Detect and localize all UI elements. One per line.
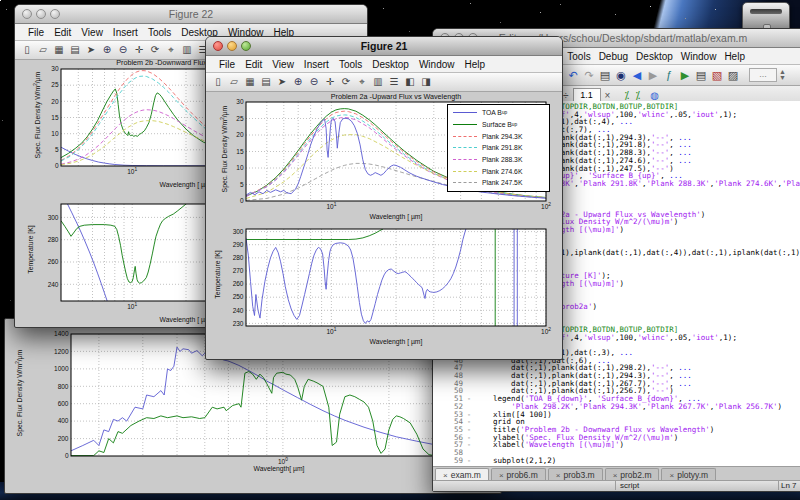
tab-label: plotyy.m <box>677 470 708 480</box>
go-forward-icon[interactable]: ▶ <box>647 69 659 81</box>
menu-tools[interactable]: Tools <box>334 59 367 70</box>
function-icon[interactable]: ƒ <box>663 69 675 81</box>
svg-text:101: 101 <box>127 302 137 310</box>
zoom-out-icon[interactable]: ⊖ <box>117 44 129 56</box>
menu-help[interactable]: Help <box>720 51 749 62</box>
rotate-3d-icon[interactable]: ⟳ <box>149 44 161 56</box>
svg-text:101: 101 <box>326 327 336 335</box>
eval-cell-icon[interactable]: ⁒ <box>624 89 629 102</box>
menu-edit[interactable]: Edit <box>49 27 76 38</box>
plot-title: Problem 2a -Upward Flux vs Wavelength <box>246 92 546 101</box>
legend-entry: Plank 247.5K <box>448 177 549 189</box>
run-icon[interactable]: ▶ <box>679 69 691 81</box>
svg-text:100: 100 <box>278 457 288 465</box>
toolbar-stepper[interactable]: ▲▼ <box>779 69 786 81</box>
menu-file[interactable]: File <box>23 27 49 38</box>
zoom-in-icon[interactable]: ⊕ <box>292 76 304 88</box>
close-tab-icon[interactable]: × <box>443 471 448 480</box>
rotate-3d-icon[interactable]: ⟳ <box>340 76 352 88</box>
svg-text:300: 300 <box>48 214 59 221</box>
menu-debug[interactable]: Debug <box>595 51 632 62</box>
legend-entry: Plank 288.3K <box>448 154 549 166</box>
edit-plot-icon[interactable]: ➤ <box>85 44 97 56</box>
x-axis-label: Wavelength [ µm] <box>246 338 546 345</box>
tab-label: prob2.m <box>620 470 651 480</box>
colorbar-icon[interactable]: ▥ <box>372 76 384 88</box>
dock-right-icon[interactable]: ◨ <box>420 76 432 88</box>
figure22-titlebar[interactable]: Figure 22 <box>15 5 367 24</box>
cell-next-icon[interactable]: ▨ <box>727 69 739 81</box>
go-back-icon[interactable]: ◀ <box>631 69 643 81</box>
print-icon[interactable]: ▤ <box>599 69 611 81</box>
menu-help[interactable]: Help <box>460 59 491 70</box>
save-figure-icon[interactable]: ▦ <box>244 76 256 88</box>
pan-icon[interactable]: ✛ <box>324 76 336 88</box>
info-icon[interactable]: ◍ <box>650 90 659 101</box>
menu-file[interactable]: File <box>214 59 240 70</box>
new-figure-icon[interactable]: ▯ <box>212 76 224 88</box>
menu-window[interactable]: Window <box>677 51 721 62</box>
data-cursor-icon[interactable]: ⌖ <box>356 76 368 88</box>
menu-edit[interactable]: Edit <box>240 59 267 70</box>
plot-legend[interactable]: TOA BupSurface BupPlank 294.3KPlank 291.… <box>447 104 550 192</box>
close-tab-icon[interactable]: × <box>556 471 561 480</box>
divide-icon[interactable]: ÷ <box>563 90 569 101</box>
svg-text:1200: 1200 <box>54 348 69 355</box>
cell-remove-icon[interactable]: ▧ <box>711 69 723 81</box>
menu-window[interactable]: Window <box>414 59 460 70</box>
dock-left-icon[interactable]: ◧ <box>404 76 416 88</box>
toolbar-overflow-button[interactable]: ... <box>749 68 777 82</box>
window-figure-21[interactable]: Figure 21 FileEditViewInsertToolsDesktop… <box>205 36 563 360</box>
new-figure-icon[interactable]: ▯ <box>21 44 33 56</box>
open-file-icon[interactable]: ▱ <box>228 76 240 88</box>
menu-desktop[interactable]: Desktop <box>632 51 677 62</box>
window-title: Figure 22 <box>15 8 367 20</box>
cell-value-input[interactable] <box>573 88 601 102</box>
svg-text:1400: 1400 <box>54 330 69 337</box>
zoom-out-icon[interactable]: ⊖ <box>308 76 320 88</box>
redo-icon[interactable]: ↷ <box>583 69 595 81</box>
svg-text:15: 15 <box>51 114 59 121</box>
desktop: 0200400600800100012001400100 Spec. Flux … <box>0 0 800 500</box>
zoom-in-icon[interactable]: ⊕ <box>101 44 113 56</box>
legend-line-sample <box>453 136 477 137</box>
legend-line-sample <box>453 112 477 113</box>
close-tab-icon[interactable]: × <box>669 471 674 480</box>
eval-cell-advance-icon[interactable]: ⁒ <box>635 89 640 102</box>
legend-label: Plank 247.5K <box>482 179 522 186</box>
multiply-icon[interactable]: × <box>605 90 611 101</box>
menu-desktop[interactable]: Desktop <box>367 59 414 70</box>
menu-view[interactable]: View <box>267 59 299 70</box>
menu-view[interactable]: View <box>76 27 108 38</box>
cell-insert-icon[interactable]: ▤ <box>695 69 707 81</box>
close-tab-icon[interactable]: × <box>613 471 618 480</box>
print-figure-icon[interactable]: ▤ <box>260 76 272 88</box>
pan-icon[interactable]: ✛ <box>133 44 145 56</box>
menu-insert[interactable]: Insert <box>299 59 334 70</box>
save-figure-icon[interactable]: ▦ <box>53 44 65 56</box>
colorbar-icon[interactable]: ▥ <box>181 44 193 56</box>
data-cursor-icon[interactable]: ⌖ <box>165 44 177 56</box>
print-figure-icon[interactable]: ▤ <box>69 44 81 56</box>
menu-tools[interactable]: Tools <box>563 51 594 62</box>
menu-tools[interactable]: Tools <box>143 27 176 38</box>
svg-text:30: 30 <box>51 65 59 72</box>
undo-icon[interactable]: ↶ <box>567 69 579 81</box>
figure21-titlebar[interactable]: Figure 21 <box>206 37 562 56</box>
svg-text:240: 240 <box>233 307 244 314</box>
svg-text:280: 280 <box>48 236 59 243</box>
svg-text:200: 200 <box>58 435 69 442</box>
menu-insert[interactable]: Insert <box>108 27 143 38</box>
close-tab-icon[interactable]: × <box>499 471 504 480</box>
code-line[interactable]: 57- xlabel('Wavelength [(\mu)m]') <box>433 441 800 449</box>
figure21-toolbar: ▯▱▦▤➤⊕⊖✛⟳⌖▥☰◧◨ <box>206 73 562 92</box>
code-line[interactable]: 59- subplot(2,1,2) <box>433 457 800 465</box>
svg-text:25: 25 <box>51 81 59 88</box>
y-axis-label: Temperature [K] <box>27 195 34 305</box>
find-icon[interactable]: ◉ <box>615 69 627 81</box>
file-type-status: script <box>615 481 779 490</box>
svg-text:20: 20 <box>51 98 59 105</box>
figure21-menubar: FileEditViewInsertToolsDesktopWindowHelp <box>206 56 562 73</box>
edit-plot-icon[interactable]: ➤ <box>276 76 288 88</box>
insert-legend-icon[interactable]: ☰ <box>388 76 400 88</box>
